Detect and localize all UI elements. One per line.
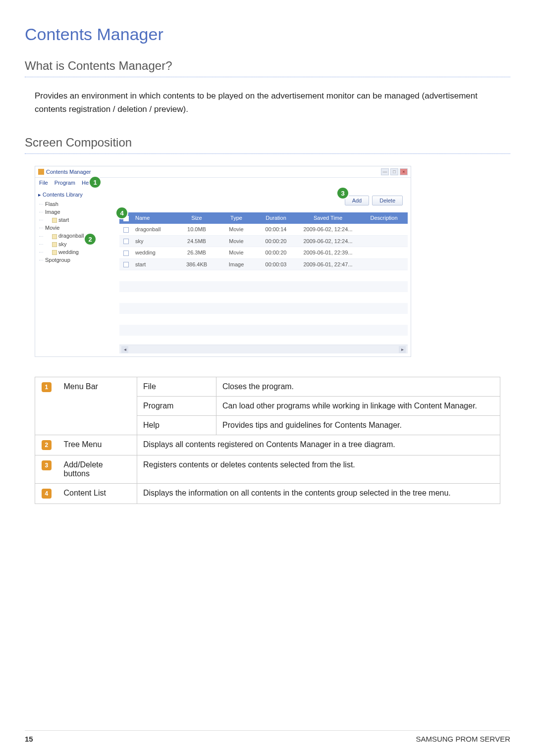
page-number: 15: [25, 735, 33, 743]
tree-menu[interactable]: ▸ Contents Library Flash Image start Mov…: [35, 188, 119, 356]
tree-item-wedding[interactable]: wedding: [38, 248, 116, 256]
cell-type: Movie: [216, 236, 256, 247]
legend-sub-help: Help: [137, 416, 216, 435]
legend-desc-tree: Displays all contents registered on Cont…: [137, 435, 500, 455]
tree-item-spotgroup[interactable]: Spotgroup: [38, 256, 116, 264]
legend-label-tree: Tree Menu: [58, 435, 137, 455]
cell-duration: 00:00:03: [256, 259, 296, 270]
file-icon: [52, 234, 57, 239]
add-button[interactable]: Add: [345, 196, 370, 205]
legend-label-menubar: Menu Bar: [58, 377, 137, 435]
menu-program[interactable]: Program: [54, 180, 75, 186]
callout-1: 1: [90, 177, 101, 188]
tree-item-start[interactable]: start: [38, 216, 116, 224]
legend-num-2: 2: [35, 435, 58, 455]
file-icon: [52, 242, 57, 247]
cell-size: 10.0MB: [177, 224, 216, 235]
tree-item-movie[interactable]: Movie: [38, 224, 116, 232]
table-row[interactable]: wedding 26.3MB Movie 00:00:20 2009-06-01…: [119, 247, 408, 259]
page-footer: 15 SAMSUNG PROM SERVER: [25, 730, 510, 743]
tree-item-label: start: [58, 217, 69, 223]
app-icon: [38, 169, 44, 175]
cell-desc: [360, 236, 408, 247]
legend-label-content-list: Content List: [58, 484, 137, 504]
file-icon: [52, 250, 57, 255]
cell-size: 24.5MB: [177, 236, 216, 247]
content-list-body: dragonball 10.0MB Movie 00:00:14 2009-06…: [119, 224, 408, 345]
col-duration[interactable]: Duration: [256, 212, 296, 224]
cell-name: start: [132, 259, 177, 270]
row-checkbox[interactable]: [123, 239, 129, 244]
close-button[interactable]: ×: [400, 168, 408, 175]
table-row[interactable]: dragonball 10.0MB Movie 00:00:14 2009-06…: [119, 224, 408, 236]
cell-name: wedding: [132, 247, 177, 258]
cell-size: 386.4KB: [177, 259, 216, 270]
section-heading-what-is: What is Contents Manager?: [25, 59, 510, 73]
section1-body: Provides an environment in which content…: [35, 89, 510, 116]
col-size[interactable]: Size: [177, 212, 216, 224]
scroll-right-icon[interactable]: ▸: [399, 346, 406, 353]
cell-duration: 00:00:14: [256, 224, 296, 235]
table-row[interactable]: sky 24.5MB Movie 00:00:20 2009-06-02, 12…: [119, 236, 408, 248]
table-row[interactable]: start 386.4KB Image 00:00:03 2009-06-01,…: [119, 259, 408, 271]
delete-button[interactable]: Delete: [372, 196, 403, 205]
menubar: File Program Help 1: [35, 178, 411, 188]
cell-type: Movie: [216, 247, 256, 258]
legend-table: 1 Menu Bar File Closes the program. Prog…: [35, 377, 500, 504]
footer-brand: SAMSUNG PROM SERVER: [416, 735, 510, 743]
maximize-button[interactable]: □: [390, 168, 398, 175]
tree-item-image[interactable]: Image: [38, 208, 116, 216]
tree-item-label: sky: [58, 241, 67, 247]
col-name[interactable]: Name: [132, 212, 177, 224]
minimize-button[interactable]: —: [381, 168, 389, 175]
content-list-header: Name Size Type Duration Saved Time Descr…: [119, 212, 408, 224]
legend-label-add-delete: Add/Delete buttons: [58, 455, 137, 484]
num-badge: 2: [42, 440, 52, 450]
num-badge: 4: [42, 489, 52, 499]
cell-saved: 2009-06-02, 12:24...: [296, 236, 360, 247]
horizontal-scrollbar[interactable]: ◂ ▸: [119, 345, 408, 353]
legend-num-4: 4: [35, 484, 58, 504]
scroll-left-icon[interactable]: ◂: [121, 346, 128, 353]
divider: [25, 77, 510, 77]
tree-item-sky[interactable]: sky: [38, 240, 116, 248]
file-icon: [52, 218, 57, 223]
cell-saved: 2009-06-01, 22:39...: [296, 247, 360, 258]
tree-item-dragonball[interactable]: dragonball: [38, 232, 116, 240]
cell-desc: [360, 259, 408, 270]
tree-item-label: dragonball: [58, 233, 84, 239]
cell-name: dragonball: [132, 224, 177, 235]
section-heading-screen-comp: Screen Composition: [25, 136, 510, 150]
legend-desc-file: Closes the program.: [216, 377, 500, 397]
row-checkbox[interactable]: [123, 227, 129, 233]
cell-duration: 00:00:20: [256, 236, 296, 247]
row-checkbox[interactable]: [123, 262, 129, 267]
window-title: Contents Manager: [46, 169, 91, 175]
legend-desc-content-list: Displays the information on all contents…: [137, 484, 500, 504]
legend-num-3: 3: [35, 455, 58, 484]
tree-item-flash[interactable]: Flash: [38, 200, 116, 208]
tree-root[interactable]: ▸ Contents Library: [38, 192, 116, 198]
legend-desc-add-delete: Registers contents or deletes contents s…: [137, 455, 500, 484]
cell-saved: 2009-06-01, 22:47...: [296, 259, 360, 270]
col-saved-time[interactable]: Saved Time: [296, 212, 360, 224]
legend-sub-file: File: [137, 377, 216, 397]
col-description[interactable]: Description: [360, 212, 408, 224]
cell-type: Movie: [216, 224, 256, 235]
cell-desc: [360, 224, 408, 235]
cell-duration: 00:00:20: [256, 247, 296, 258]
cell-size: 26.3MB: [177, 247, 216, 258]
cell-type: Image: [216, 259, 256, 270]
cell-name: sky: [132, 236, 177, 247]
row-checkbox[interactable]: [123, 251, 129, 256]
cell-desc: [360, 247, 408, 258]
window-titlebar: Contents Manager — □ ×: [35, 166, 411, 178]
legend-sub-program: Program: [137, 397, 216, 416]
col-type[interactable]: Type: [216, 212, 256, 224]
app-screenshot: Contents Manager — □ × File Program Help…: [35, 166, 411, 357]
page-title: Contents Manager: [25, 25, 510, 44]
num-badge: 1: [42, 382, 52, 392]
num-badge: 3: [42, 460, 52, 470]
menu-file[interactable]: File: [39, 180, 48, 186]
tree-item-label: wedding: [58, 249, 79, 255]
